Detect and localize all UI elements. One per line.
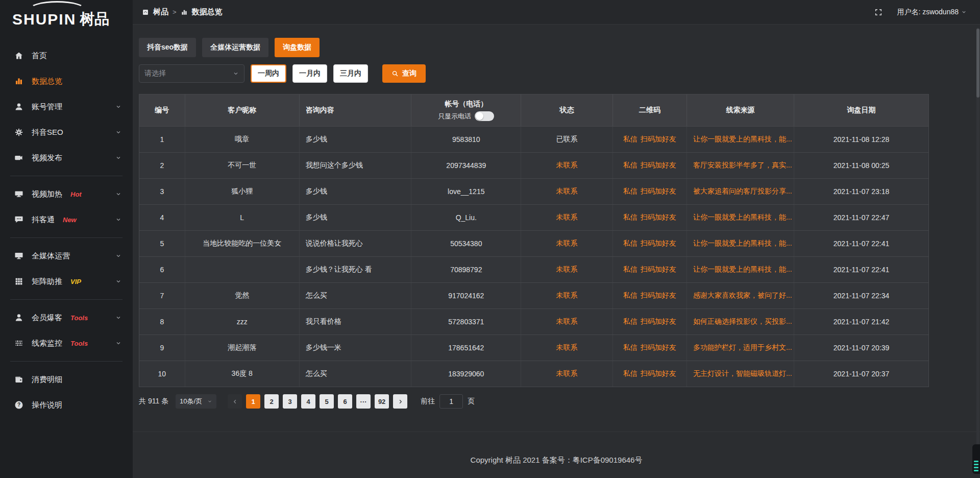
account-select[interactable]: 请选择 [139, 64, 244, 83]
range-button-一月内[interactable]: 一月内 [292, 64, 327, 83]
source-link[interactable]: 如何正确选择投影仪，买投影... [693, 317, 792, 326]
source-link[interactable]: 无主灯设计，智能磁吸轨道灯... [693, 369, 792, 378]
sidebar-item-member[interactable]: 会员爆客Tools [0, 305, 133, 330]
direct-message-link[interactable]: 私信 [623, 187, 638, 196]
breadcrumb-root[interactable]: 树品 [153, 7, 168, 17]
cell-content: 多少钱一米 [300, 335, 412, 361]
direct-message-link[interactable]: 私信 [623, 343, 638, 352]
next-page-button[interactable] [393, 394, 407, 409]
search-button[interactable]: 查询 [382, 64, 426, 83]
scan-add-friend-link[interactable]: 扫码加好友 [641, 213, 676, 222]
scan-add-friend-link[interactable]: 扫码加好友 [641, 369, 676, 378]
source-link[interactable]: 被大家追着问的客厅投影分享... [693, 187, 792, 196]
scan-add-friend-link[interactable]: 扫码加好友 [641, 135, 676, 144]
search-icon [391, 70, 399, 77]
widget-bar [974, 467, 978, 468]
range-button-三月内[interactable]: 三月内 [333, 64, 368, 83]
scan-add-friend-link[interactable]: 扫码加好友 [641, 317, 676, 326]
sidebar-item-chart[interactable]: 数据总览 [0, 68, 133, 94]
direct-message-link[interactable]: 私信 [623, 317, 638, 326]
chevron-down-icon [115, 253, 121, 259]
page-ellipsis-button[interactable]: ··· [356, 394, 371, 409]
sidebar-item-label: 抖音SEO [32, 128, 63, 137]
table-row: 1036度 8怎么买183929060未联系私信扫码加好友无主灯设计，智能磁吸轨… [139, 361, 928, 387]
goto-page-input[interactable] [439, 394, 463, 409]
sidebar-item-gear[interactable]: 抖音SEO [0, 119, 133, 145]
header-nickname: 客户昵称 [185, 94, 300, 126]
data-tabs: 抖音seo数据全媒体运营数据询盘数据 [139, 38, 980, 57]
sidebar-item-chat[interactable]: 抖客通New [0, 207, 133, 232]
tab-全媒体运营数据[interactable]: 全媒体运营数据 [202, 38, 268, 57]
direct-message-link[interactable]: 私信 [623, 369, 638, 378]
page-size-select[interactable]: 10条/页 [176, 394, 216, 409]
cell-account: 572803371 [411, 309, 521, 334]
user-menu[interactable]: 用户名: zswodun88 [897, 8, 967, 17]
breadcrumb: 树品 > 数据总览 [142, 7, 223, 17]
source-link[interactable]: 让你一眼就爱上的黑科技，能... [693, 213, 792, 222]
direct-message-link[interactable]: 私信 [623, 239, 638, 248]
range-button-一周内[interactable]: 一周内 [251, 64, 286, 83]
sidebar-item-media[interactable]: 全媒体运营 [0, 243, 133, 269]
tab-抖音seo数据[interactable]: 抖音seo数据 [139, 38, 196, 57]
date-range-group: 一周内一月内三月内 [251, 64, 368, 83]
direct-message-link[interactable]: 私信 [623, 135, 638, 144]
prev-page-button[interactable] [228, 394, 242, 409]
fullscreen-icon[interactable] [874, 8, 883, 16]
source-link[interactable]: 多功能护栏灯，适用于乡村文... [693, 343, 792, 352]
sidebar-item-video[interactable]: 视频发布 [0, 145, 133, 171]
cell-content: 我只看价格 [300, 309, 412, 334]
source-link[interactable]: 让你一眼就爱上的黑科技，能... [693, 265, 792, 274]
source-link[interactable]: 让你一眼就爱上的黑科技，能... [693, 239, 792, 248]
cell-id: 6 [139, 257, 185, 282]
page-button-3[interactable]: 3 [283, 394, 297, 409]
page-button-4[interactable]: 4 [301, 394, 315, 409]
sidebar-menu: 首页数据总览账号管理抖音SEO视频发布视频加热Hot抖客通New全媒体运营矩阵助… [0, 39, 133, 418]
sidebar-item-wallet[interactable]: 消费明细 [0, 367, 133, 392]
direct-message-link[interactable]: 私信 [623, 161, 638, 170]
scan-add-friend-link[interactable]: 扫码加好友 [641, 265, 676, 274]
page-button-6[interactable]: 6 [338, 394, 352, 409]
direct-message-link[interactable]: 私信 [623, 265, 638, 274]
cell-date: 2021-11-07 20:39 [794, 335, 928, 361]
direct-message-link[interactable]: 私信 [623, 291, 638, 300]
cell-nickname: 哦章 [185, 127, 300, 152]
direct-message-link[interactable]: 私信 [623, 213, 638, 222]
cell-nickname: L [185, 205, 300, 230]
cell-source: 被大家追着问的客厅投影分享... [687, 179, 794, 204]
cell-source: 多功能护栏灯，适用于乡村文... [687, 335, 794, 361]
source-link[interactable]: 客厅安装投影半年多了，真实... [693, 161, 792, 170]
source-link[interactable]: 感谢大家喜欢我家，被问了好... [693, 291, 792, 300]
table-row: 4L多少钱Q_Liu.未联系私信扫码加好友让你一眼就爱上的黑科技，能...202… [139, 204, 928, 230]
page-button-2[interactable]: 2 [264, 394, 279, 409]
floating-widget[interactable] [972, 444, 980, 474]
scan-add-friend-link[interactable]: 扫码加好友 [641, 343, 676, 352]
sidebar-item-sliders[interactable]: 线索监控Tools [0, 330, 133, 356]
cell-id: 5 [139, 231, 185, 256]
member-icon [14, 313, 23, 322]
cell-account: love__1215 [411, 179, 521, 204]
phone-only-toggle[interactable] [475, 111, 494, 121]
page-button-1[interactable]: 1 [246, 394, 260, 409]
scan-add-friend-link[interactable]: 扫码加好友 [641, 291, 676, 300]
cell-date: 2021-11-07 23:18 [794, 179, 928, 204]
source-link[interactable]: 让你一眼就爱上的黑科技，能... [693, 135, 792, 144]
scrollbar-thumb[interactable] [976, 29, 979, 98]
cell-qrcode: 私信扫码加好友 [613, 335, 687, 361]
scan-add-friend-link[interactable]: 扫码加好友 [641, 187, 676, 196]
table-row: 6多少钱？让我死心 看70898792未联系私信扫码加好友让你一眼就爱上的黑科技… [139, 256, 928, 282]
sidebar-item-home[interactable]: 首页 [0, 43, 133, 68]
scan-add-friend-link[interactable]: 扫码加好友 [641, 161, 676, 170]
header-status: 状态 [521, 94, 612, 126]
sidebar-item-heat[interactable]: 视频加热Hot [0, 181, 133, 207]
page-button-5[interactable]: 5 [320, 394, 334, 409]
page-button-92[interactable]: 92 [375, 394, 389, 409]
cell-qrcode: 私信扫码加好友 [613, 257, 687, 282]
scan-add-friend-link[interactable]: 扫码加好友 [641, 239, 676, 248]
chevron-down-icon [115, 191, 121, 197]
sidebar-item-user[interactable]: 账号管理 [0, 94, 133, 119]
tab-询盘数据[interactable]: 询盘数据 [275, 38, 320, 57]
sidebar-item-label: 首页 [32, 51, 47, 61]
sidebar-item-help[interactable]: ?操作说明 [0, 392, 133, 418]
sidebar-divider [10, 237, 122, 238]
sidebar-item-grid[interactable]: 矩阵助推VIP [0, 269, 133, 294]
